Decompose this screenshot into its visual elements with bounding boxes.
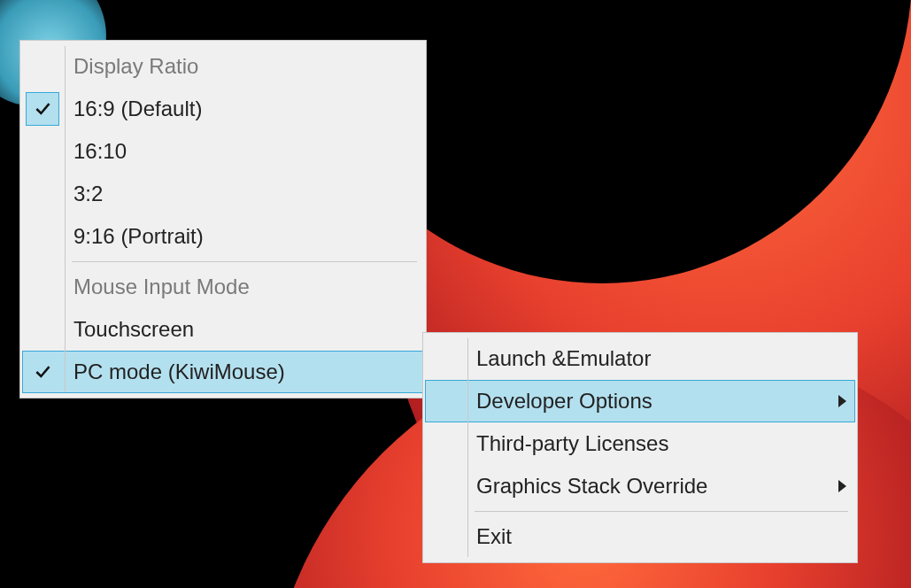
section-header-mouse-input: Mouse Input Mode	[22, 266, 424, 308]
menu-item-developer-options[interactable]: Developer Options	[425, 380, 855, 422]
section-header-label: Display Ratio	[63, 54, 424, 79]
menu-item-label: 16:9 (Default)	[63, 97, 424, 121]
menu-item-third-party-licenses[interactable]: Third-party Licenses	[425, 422, 855, 465]
submenu-arrow-icon	[838, 395, 846, 407]
menu-item-label: Exit	[466, 524, 829, 549]
menu-item-exit[interactable]: Exit	[425, 515, 855, 558]
menu-item-launch-emulator[interactable]: Launch &Emulator	[425, 337, 855, 380]
menu-separator	[475, 511, 848, 512]
menu-item-ratio-16-10[interactable]: 16:10	[22, 130, 424, 173]
menu-item-ratio-3-2[interactable]: 3:2	[22, 173, 424, 215]
menu-item-ratio-16-9[interactable]: 16:9 (Default)	[22, 88, 424, 130]
menu-gutter-separator	[467, 338, 468, 557]
main-context-menu: Launch &Emulator Developer Options Third…	[422, 332, 858, 563]
menu-gutter-separator	[65, 46, 66, 392]
menu-item-label: Touchscreen	[63, 317, 424, 342]
submenu-arrow-icon	[838, 480, 846, 492]
developer-options-submenu: Display Ratio 16:9 (Default) 16:10 3:2 9…	[19, 40, 427, 398]
menu-item-label: 9:16 (Portrait)	[63, 224, 424, 249]
menu-separator	[72, 261, 417, 262]
check-icon	[27, 93, 58, 125]
check-icon	[34, 363, 51, 381]
menu-item-label: Third-party Licenses	[466, 431, 829, 456]
menu-item-label: Graphics Stack Override	[466, 474, 829, 499]
menu-item-ratio-9-16[interactable]: 9:16 (Portrait)	[22, 215, 424, 258]
menu-item-touchscreen[interactable]: Touchscreen	[22, 308, 424, 351]
section-header-display-ratio: Display Ratio	[22, 45, 424, 88]
menu-item-label: 16:10	[63, 139, 424, 164]
section-header-label: Mouse Input Mode	[63, 275, 424, 299]
menu-item-label: Developer Options	[466, 389, 829, 414]
menu-item-graphics-stack-override[interactable]: Graphics Stack Override	[425, 465, 855, 507]
menu-item-pc-mode[interactable]: PC mode (KiwiMouse)	[22, 351, 424, 393]
menu-item-label: PC mode (KiwiMouse)	[63, 360, 424, 384]
menu-item-label: Launch &Emulator	[466, 346, 829, 371]
menu-item-label: 3:2	[63, 182, 424, 206]
